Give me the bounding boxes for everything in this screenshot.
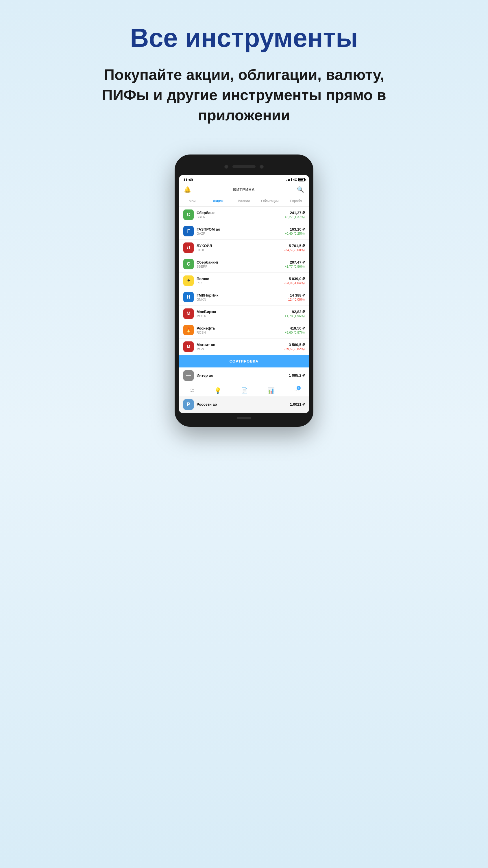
stock-price-value-sber: 241,27 ₽ <box>285 211 305 215</box>
stock-list: С Сбербанк SBER 241,27 ₽ +3,27 (1,37%) Г <box>179 207 309 355</box>
nav-item-briefcase[interactable]: 🗂 <box>189 387 195 394</box>
logo-text-rosn: 🔥 <box>186 327 191 333</box>
stock-item-plzl[interactable]: ✦ Полюс PLZL 5 039,0 ₽ -53,0 (-1,04%) <box>179 273 309 289</box>
stock-logo-plzl: ✦ <box>183 275 194 286</box>
phone-mockup: 11:49 4G 🔔 ВИТРИНА 🔍 Мои <box>174 155 314 427</box>
stock-change-gazp: +0,40 (0,25%) <box>285 232 305 235</box>
stock-price-sber: 241,27 ₽ +3,27 (1,37%) <box>285 211 305 219</box>
lightbulb-icon: 💡 <box>214 387 222 394</box>
stock-price-moex: 92,82 ₽ +1,78 (1,96%) <box>285 310 305 318</box>
stock-logo-rosseti: Р <box>183 399 194 410</box>
page-title: Все инструменты <box>130 23 358 53</box>
stock-ticker-sberp: SBERP <box>197 265 285 268</box>
stock-item-mgnt[interactable]: М Магнит ао MGNT 3 580,5 ₽ -29,5 (-0,82%… <box>179 339 309 355</box>
stock-info-mgnt: Магнит ао MGNT <box>197 343 285 351</box>
phone-camera2 <box>260 165 264 169</box>
tab-evroobligacii[interactable]: Евробл <box>283 196 309 206</box>
stock-name-rosseti: Россети ао <box>197 402 290 406</box>
stock-name-gazp: ГАЗПРОМ ао <box>197 227 285 231</box>
stock-price-value-partial1: 1 095,2 ₽ <box>289 373 305 378</box>
logo-text-partial1: — <box>186 373 191 378</box>
stock-price-plzl: 5 039,0 ₽ -53,0 (-1,04%) <box>285 277 305 285</box>
stock-ticker-gmkn: GMKN <box>197 298 287 301</box>
stock-ticker-mgnt: MGNT <box>197 347 285 351</box>
stock-logo-sberp: С <box>183 259 194 269</box>
stock-ticker-moex: MOEX <box>197 314 285 318</box>
stock-ticker-sber: SBER <box>197 215 285 219</box>
logo-text-sber: С <box>187 212 190 217</box>
phone-camera <box>224 165 228 169</box>
stock-name-mgnt: Магнит ао <box>197 343 285 347</box>
status-icons: 4G <box>287 178 305 181</box>
logo-text-lkoh: Л <box>187 245 190 250</box>
stock-item-moex[interactable]: М МосБиржа MOEX 92,82 ₽ +1,78 (1,96%) <box>179 306 309 322</box>
stock-info-plzl: Полюс PLZL <box>197 277 285 285</box>
stock-item-sber[interactable]: С Сбербанк SBER 241,27 ₽ +3,27 (1,37%) <box>179 207 309 223</box>
stock-price-gazp: 163,10 ₽ +0,40 (0,25%) <box>285 227 305 235</box>
stock-change-sber: +3,27 (1,37%) <box>285 215 305 219</box>
stock-name-plzl: Полюс <box>197 277 285 281</box>
tab-valyuta[interactable]: Валюта <box>231 196 257 206</box>
tab-akcii[interactable]: Акции <box>205 196 231 207</box>
stock-item-sberp[interactable]: С Сбербанк-п SBERP 207,47 ₽ +1,77 (0,86%… <box>179 256 309 273</box>
phone-screen: 11:49 4G 🔔 ВИТРИНА 🔍 Мои <box>179 175 309 413</box>
battery-fill <box>299 179 303 181</box>
stock-item-gmkn[interactable]: Н ГМКНорНик GMKN 14 388 ₽ -12 (-0,08%) <box>179 289 309 306</box>
stock-price-value-mgnt: 3 580,5 ₽ <box>285 343 305 347</box>
stock-logo-rosn: 🔥 <box>183 325 194 335</box>
logo-text-mgnt: М <box>187 344 190 349</box>
battery-icon <box>298 178 305 181</box>
stock-item-partial1[interactable]: — Интер ао 1 095,2 ₽ <box>179 368 309 384</box>
stock-logo-gmkn: Н <box>183 292 194 302</box>
stock-price-value-rosn: 419,50 ₽ <box>285 326 305 331</box>
tab-obligacii[interactable]: Облигации <box>257 196 283 206</box>
stock-item-gazp[interactable]: Г ГАЗПРОМ ао GAZP 163,10 ₽ +0,40 (0,25%) <box>179 223 309 240</box>
logo-text-rosseti: Р <box>187 402 190 407</box>
stock-price-partial1: 1 095,2 ₽ <box>289 373 305 378</box>
stock-price-gmkn: 14 388 ₽ -12 (-0,08%) <box>287 293 305 301</box>
tab-moi[interactable]: Мои <box>179 196 205 206</box>
stock-item-rosn[interactable]: 🔥 Роснефть ROSN 419,50 ₽ +3,60 (0,87%) <box>179 322 309 339</box>
stock-change-lkoh: -34,5 (-0,60%) <box>285 248 305 252</box>
svg-text:Г: Г <box>187 228 190 234</box>
news-icon: 📄 <box>241 387 248 394</box>
search-icon[interactable]: 🔍 <box>297 186 304 193</box>
stock-change-gmkn: -12 (-0,08%) <box>287 298 305 301</box>
stock-change-sberp: +1,77 (0,86%) <box>285 265 305 268</box>
stock-name-sber: Сбербанк <box>197 211 285 215</box>
logo-text-gmkn: Н <box>187 294 190 300</box>
stock-logo-lkoh: Л <box>183 243 194 253</box>
signal-bar-1 <box>287 180 287 181</box>
stock-info-rosseti: Россети ао <box>197 402 290 406</box>
bell-icon[interactable]: 🔔 <box>184 186 191 193</box>
stock-ticker-lkoh: LKOH <box>197 248 285 252</box>
nav-item-market[interactable]: 📊 <box>267 387 274 394</box>
nav-item-ideas[interactable]: 💡 <box>214 387 222 394</box>
stock-name-rosn: Роснефть <box>197 326 285 331</box>
stock-price-lkoh: 5 701,5 ₽ -34,5 (-0,60%) <box>285 244 305 252</box>
stock-item-rosseti[interactable]: Р Россети ао 1,0021 ₽ <box>179 396 309 413</box>
stock-item-lkoh[interactable]: Л ЛУКОЙЛ LKOH 5 701,5 ₽ -34,5 (-0,60%) <box>179 240 309 256</box>
stock-info-lkoh: ЛУКОЙЛ LKOH <box>197 244 285 252</box>
stock-name-gmkn: ГМКНорНик <box>197 293 287 298</box>
nav-item-more[interactable]: ··· 1 <box>294 387 299 394</box>
stock-price-sberp: 207,47 ₽ +1,77 (0,86%) <box>285 260 305 268</box>
phone-bottom-bar <box>179 417 309 419</box>
page-subtitle: Покупайте акции, облигации, валюту, ПИФы… <box>85 64 403 126</box>
stock-name-partial1: Интер ао <box>197 373 289 378</box>
stock-info-sber: Сбербанк SBER <box>197 211 285 219</box>
stock-change-rosn: +3,60 (0,87%) <box>285 331 305 334</box>
stock-price-value-sberp: 207,47 ₽ <box>285 260 305 265</box>
gazp-svg-icon: Г <box>183 226 194 237</box>
sort-button[interactable]: СОРТИРОВКА <box>179 355 309 368</box>
stock-price-value-gmkn: 14 388 ₽ <box>287 293 305 298</box>
stock-info-gazp: ГАЗПРОМ ао GAZP <box>197 227 285 235</box>
stock-logo-gazp: Г <box>183 226 194 237</box>
stock-change-mgnt: -29,5 (-0,82%) <box>285 347 305 351</box>
stock-logo-sber: С <box>183 210 194 220</box>
stock-price-value-gazp: 163,10 ₽ <box>285 227 305 231</box>
nav-item-news[interactable]: 📄 <box>241 387 248 394</box>
stock-name-moex: МосБиржа <box>197 310 285 314</box>
stock-ticker-plzl: PLZL <box>197 281 285 285</box>
signal-bars <box>287 178 292 181</box>
